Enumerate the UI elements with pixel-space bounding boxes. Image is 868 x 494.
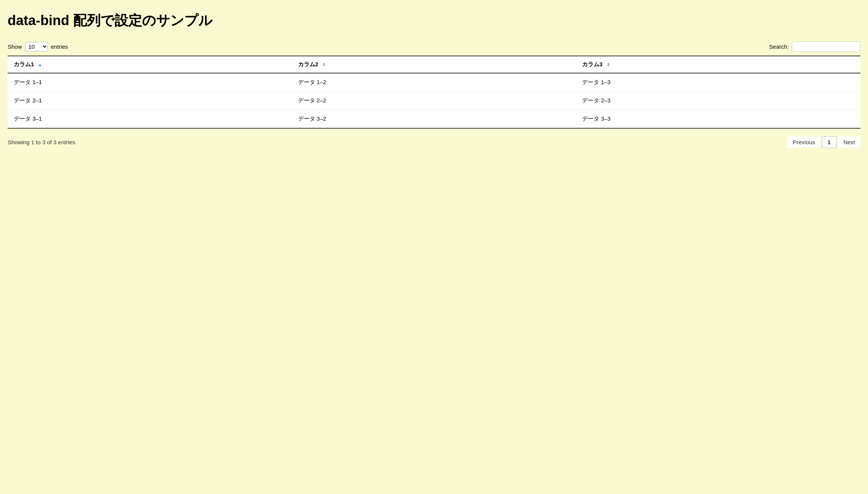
showing-info: Showing 1 to 3 of 3 entries: [8, 139, 75, 145]
cell-2-2: データ 2–2: [292, 92, 576, 110]
search-label: Search:: [769, 43, 789, 50]
data-table: カラム1 ▲ カラム2 ⇕ カラム3 ⇕ データ 1–1データ 1–2データ 1…: [8, 56, 860, 129]
column-2-label: カラム2: [298, 61, 318, 67]
table-row: データ 2–1データ 2–2データ 2–3: [8, 92, 860, 110]
show-entries-area: Show 102550100 entries: [8, 42, 68, 51]
header-row: カラム1 ▲ カラム2 ⇕ カラム3 ⇕: [8, 56, 860, 73]
sort-icon-col3: ⇕: [606, 62, 610, 67]
column-header-1[interactable]: カラム1 ▲: [8, 56, 292, 73]
page-1-button[interactable]: 1: [822, 136, 836, 148]
controls-bottom: Showing 1 to 3 of 3 entries Previous 1 N…: [8, 136, 860, 148]
page-title: data-bind 配列で設定のサンプル: [8, 11, 860, 30]
table-row: データ 3–1データ 3–2データ 3–3: [8, 110, 860, 129]
cell-2-1: データ 2–1: [8, 92, 292, 110]
table-body: データ 1–1データ 1–2データ 1–3データ 2–1データ 2–2データ 2…: [8, 73, 860, 128]
column-header-2[interactable]: カラム2 ⇕: [292, 56, 576, 73]
pagination: Previous 1 Next: [787, 136, 860, 148]
cell-1-2: データ 1–2: [292, 73, 576, 92]
column-3-label: カラム3: [582, 61, 602, 67]
previous-button[interactable]: Previous: [787, 137, 820, 148]
controls-top: Show 102550100 entries Search:: [8, 41, 860, 52]
table-row: データ 1–1データ 1–2データ 1–3: [8, 73, 860, 92]
column-1-label: カラム1: [14, 61, 34, 67]
search-area: Search:: [769, 41, 860, 52]
next-button[interactable]: Next: [838, 137, 860, 148]
cell-1-1: データ 1–1: [8, 73, 292, 92]
sort-icon-col2: ⇕: [322, 62, 326, 67]
cell-3-2: データ 3–2: [292, 110, 576, 129]
entries-label: entries: [51, 43, 68, 50]
search-input[interactable]: [792, 41, 860, 52]
cell-1-3: データ 1–3: [576, 73, 860, 92]
cell-3-1: データ 3–1: [8, 110, 292, 129]
cell-3-3: データ 3–3: [576, 110, 860, 129]
sort-icon-col1: ▲: [38, 62, 42, 67]
column-header-3[interactable]: カラム3 ⇕: [576, 56, 860, 73]
show-label: Show: [8, 43, 22, 50]
entries-select[interactable]: 102550100: [25, 42, 48, 51]
cell-2-3: データ 2–3: [576, 92, 860, 110]
table-header: カラム1 ▲ カラム2 ⇕ カラム3 ⇕: [8, 56, 860, 73]
